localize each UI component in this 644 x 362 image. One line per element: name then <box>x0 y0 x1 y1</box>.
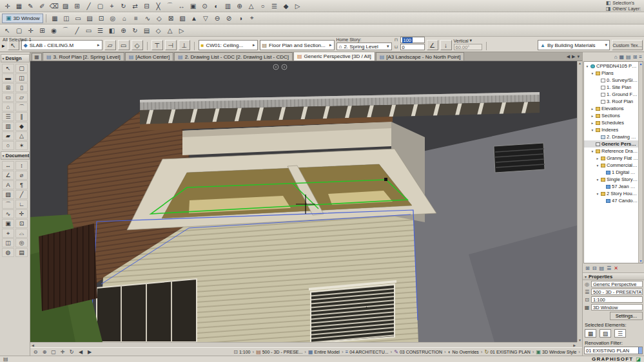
drawing-icon[interactable]: ⊡ <box>95 14 106 23</box>
scroll-right-icon[interactable]: ▶ <box>573 343 576 347</box>
gem-icon[interactable]: ◇ <box>153 26 164 35</box>
column-tool[interactable]: ▯ <box>15 83 28 92</box>
crosshair-icon[interactable]: ✛ <box>25 26 36 35</box>
project-chooser-icon[interactable]: ⌂ <box>614 54 618 60</box>
detail-tool[interactable]: ◍ <box>2 248 14 257</box>
stretch-icon[interactable]: ↔ <box>176 1 187 11</box>
dropdown-scrollbar[interactable] <box>638 347 642 354</box>
up-icon[interactable]: ▲ <box>188 14 199 23</box>
document-tab[interactable]: ▤ Generic Perspective [3D / All] <box>293 52 375 61</box>
new-folder-icon[interactable]: ⊞ <box>585 265 590 271</box>
composite-dropdown[interactable]: ■ CW01: Ceiling... ▸ <box>199 40 258 50</box>
expander-icon[interactable]: ▾ <box>590 149 594 153</box>
orbit-icon[interactable]: ↻ <box>130 26 141 35</box>
offset-bottom-field[interactable]: 0 <box>400 44 425 50</box>
layer-field[interactable]: 500 - 3D - PRESENTATIONS <box>591 289 643 295</box>
zoom-plus-icon[interactable]: ⊕ <box>234 1 245 11</box>
line-icon[interactable]: ╱ <box>83 1 94 11</box>
project-map-icon[interactable]: ▦ <box>620 54 625 60</box>
hotspot-tool[interactable]: ✛ <box>15 209 28 218</box>
toolbox-document-header[interactable]: ▾ Document <box>1 151 30 160</box>
camera-tool[interactable]: ◎ <box>15 238 28 247</box>
element-hatch-button[interactable]: ▨ <box>600 329 611 338</box>
play-icon[interactable]: ▷ <box>292 1 303 11</box>
expander-icon[interactable]: ▾ <box>596 192 600 196</box>
scroll-up-icon[interactable]: ▲ <box>578 61 581 65</box>
tree-item[interactable]: ▾ Indexes <box>584 126 638 133</box>
mesh-grid-icon[interactable]: ⊞ <box>72 1 83 11</box>
publisher-icon[interactable]: ≡ <box>639 54 642 60</box>
pan-icon[interactable]: ✛ <box>59 348 66 356</box>
geometry-rectangle-icon[interactable]: ▭ <box>118 40 130 50</box>
roof-tool[interactable]: ⌂ <box>2 102 14 111</box>
expander-icon[interactable]: ▸ <box>590 121 594 125</box>
next-view-icon[interactable]: ▶ <box>86 348 93 356</box>
rotate-icon[interactable]: ↻ <box>118 1 129 11</box>
material-mode-dropdown[interactable]: ▲ By Building Materials ▾ <box>538 40 610 50</box>
expander-icon[interactable]: ▸ <box>590 107 594 111</box>
document-tab[interactable]: ▤ 2. Drawing List - CDC [2. Drawing List… <box>174 52 293 61</box>
tree-item[interactable]: 57 Jean Street, Sm... <box>584 183 638 190</box>
tree-item[interactable]: 2. Drawing List - CDC <box>584 133 638 140</box>
layers-icon[interactable]: ▥ <box>222 1 233 11</box>
half-tone-icon[interactable]: ◑ <box>235 14 246 23</box>
door-icon[interactable]: ◫ <box>61 14 72 23</box>
arrow-tool[interactable]: ↖ <box>2 64 14 73</box>
tree-item[interactable]: Generic Perspective <box>584 140 638 148</box>
worksheet-icon[interactable]: ▤ <box>84 14 95 23</box>
polyline-tool[interactable]: ∟ <box>15 200 28 209</box>
statusbar-segment[interactable]: ▦ Entire Model › <box>308 349 344 355</box>
expander-icon[interactable]: ▸ <box>596 157 600 160</box>
diamond-icon[interactable]: ◆ <box>280 1 291 11</box>
tree-item[interactable]: ▾ Reference Drawings <box>584 148 638 155</box>
spline-tool[interactable]: ∿ <box>2 209 14 218</box>
tree-item[interactable]: 1. Ground Floor Plan <box>584 91 638 98</box>
mesh-tool[interactable]: △ <box>15 131 28 140</box>
marquee-tool[interactable]: ▢ <box>15 64 28 73</box>
morph-tool[interactable]: ◆ <box>15 122 28 131</box>
statusbar-segment[interactable]: ↻ 01 EXISTING PLAN › <box>484 349 534 355</box>
arc-tool[interactable]: ⌒ <box>2 200 14 209</box>
statusbar-segment[interactable]: ✎ 03 CONSTRUCTION › <box>394 349 447 355</box>
tree-item[interactable]: ▾ Commercial Cafe Proj... <box>584 162 638 169</box>
view-selector[interactable]: ▣ 3D Window <box>2 14 43 23</box>
arc-icon[interactable]: ⌒ <box>60 26 71 35</box>
statusbar-segment[interactable]: ▤ 500 - 3D - PRESE... › <box>256 349 307 355</box>
reference-top-icon[interactable]: ⊤ <box>151 40 163 50</box>
next-icon[interactable]: ▷ <box>176 26 187 35</box>
tree-item[interactable]: ▾ 2 Story House (DA) P... <box>584 190 638 197</box>
label-tool[interactable]: ¶ <box>15 180 28 189</box>
drawing-tool[interactable]: ⊡ <box>15 219 28 228</box>
home-story-dropdown[interactable]: ⌂ 2. Spring Level ▾ <box>337 43 392 50</box>
timber-fence[interactable] <box>39 224 97 311</box>
hotspot-icon[interactable]: ◉ <box>48 26 59 35</box>
expander-icon[interactable]: ▸ <box>590 114 594 118</box>
tree-item[interactable]: ▸ Sections <box>584 112 638 119</box>
viewport-3d-scene[interactable] <box>30 61 577 342</box>
others-layer-icon[interactable]: ◨ <box>606 6 611 12</box>
fillet-icon[interactable]: ⌒ <box>164 1 175 11</box>
element-settings-dropdown[interactable]: ◆ SLAB - CEILING.M ▸ <box>21 40 102 50</box>
geometry-rotated-rectangle-icon[interactable]: ◇ <box>132 40 143 50</box>
origin-icon[interactable]: ⌖ <box>246 14 257 23</box>
tree-scrollbar[interactable]: ▲ ▼ <box>638 62 643 263</box>
expander-icon[interactable]: ▾ <box>596 178 600 182</box>
level-dimension-tool[interactable]: ↕ <box>15 161 28 170</box>
tree-item[interactable]: ▸ Elevations <box>584 105 638 112</box>
stair-icon[interactable]: ≡ <box>130 14 141 23</box>
pencil-icon[interactable]: ✎ <box>25 1 36 11</box>
tree-item[interactable]: 3. Roof Plan <box>584 98 638 105</box>
wall-tool[interactable]: ▬ <box>2 73 14 82</box>
save-view-icon[interactable]: ▤ <box>599 265 604 271</box>
tree-item[interactable]: ▸ Schedules <box>584 119 638 126</box>
statusbar-segment[interactable]: ▣ 3D Window Style › <box>536 349 581 355</box>
curtain-wall-tool[interactable]: ▥ <box>2 122 14 131</box>
split-cell-icon[interactable]: ◧ <box>106 26 117 35</box>
pen-icon[interactable]: ✐ <box>37 1 48 11</box>
scroll-up-icon[interactable]: ▲ <box>639 62 643 66</box>
forbid-icon[interactable]: ⊘ <box>223 14 234 23</box>
dimension-tool[interactable]: ↔ <box>2 161 14 170</box>
tab-scroll-left-icon[interactable]: ◀ <box>567 54 570 59</box>
interior-elevation-tool[interactable]: ◫ <box>2 238 14 247</box>
plus-icon[interactable]: ⊕ <box>118 26 129 35</box>
